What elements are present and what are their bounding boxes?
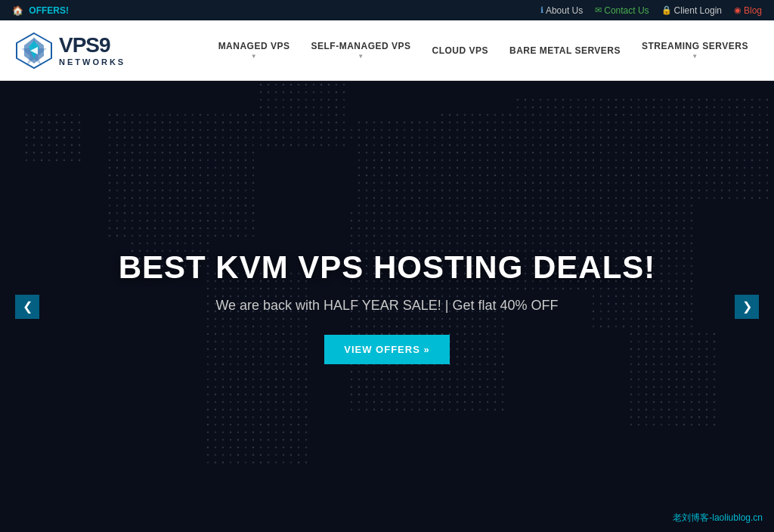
hero-subtitle: We are back with HALF YEAR SALE! | Get f… <box>119 298 656 314</box>
nav-bar: VPS9 NETWORKS MANAGED VPS ▼ SELF-MANAGED… <box>0 20 774 81</box>
carousel-next-button[interactable]: ❯ <box>735 295 759 319</box>
about-us-link[interactable]: ℹ About Us <box>540 5 583 16</box>
carousel-prev-button[interactable]: ❮ <box>15 295 39 319</box>
offers-label: OFFERS! <box>29 5 69 16</box>
rss-icon: ◉ <box>734 5 741 15</box>
home-icon: 🏠 <box>12 5 23 16</box>
hero-title: BEST KVM VPS HOSTING DEALS! <box>119 249 656 286</box>
watermark: 老刘博客-laoliublog.cn <box>673 512 763 524</box>
nav-streaming[interactable]: STREAMING SERVERS ▼ <box>631 20 759 81</box>
logo-icon <box>15 32 53 70</box>
chevron-down-icon: ▼ <box>358 53 364 60</box>
offers-link[interactable]: 🏠 OFFERS! <box>12 5 69 16</box>
hero-content: BEST KVM VPS HOSTING DEALS! We are back … <box>119 249 656 364</box>
logo[interactable]: VPS9 NETWORKS <box>15 32 125 70</box>
chevron-down-icon: ▼ <box>251 53 257 60</box>
main-nav: MANAGED VPS ▼ SELF-MANAGED VPS ▼ CLOUD V… <box>156 20 759 81</box>
client-login-link[interactable]: 🔒 Client Login <box>661 5 722 16</box>
envelope-icon: ✉ <box>595 5 602 15</box>
nav-bare-metal-label: BARE METAL SERVERS <box>509 45 621 56</box>
nav-self-managed-vps-label: SELF-MANAGED VPS <box>311 41 410 51</box>
logo-text: VPS9 NETWORKS <box>59 34 125 66</box>
blog-link[interactable]: ◉ Blog <box>734 5 762 16</box>
hero-section: ❮ BEST KVM VPS HOSTING DEALS! We are bac… <box>0 81 774 532</box>
chevron-down-icon: ▼ <box>692 53 698 60</box>
contact-us-link[interactable]: ✉ Contact Us <box>595 5 649 16</box>
nav-streaming-label: STREAMING SERVERS <box>642 41 748 51</box>
nav-cloud-vps[interactable]: CLOUD VPS <box>421 20 499 81</box>
info-icon: ℹ <box>540 5 543 15</box>
nav-cloud-vps-label: CLOUD VPS <box>432 45 488 56</box>
top-bar-right: ℹ About Us ✉ Contact Us 🔒 Client Login ◉… <box>540 5 762 16</box>
nav-managed-vps-label: MANAGED VPS <box>218 41 290 51</box>
top-bar: 🏠 OFFERS! ℹ About Us ✉ Contact Us 🔒 Clie… <box>0 0 774 20</box>
logo-vps9: VPS9 <box>59 34 125 57</box>
hero-cta-button[interactable]: VIEW OFFERS » <box>324 335 449 364</box>
nav-managed-vps[interactable]: MANAGED VPS ▼ <box>208 20 301 81</box>
nav-bare-metal[interactable]: BARE METAL SERVERS <box>499 20 631 81</box>
top-bar-left: 🏠 OFFERS! <box>12 5 69 16</box>
logo-networks: NETWORKS <box>59 57 125 66</box>
lock-icon: 🔒 <box>661 5 672 15</box>
nav-self-managed-vps[interactable]: SELF-MANAGED VPS ▼ <box>300 20 421 81</box>
